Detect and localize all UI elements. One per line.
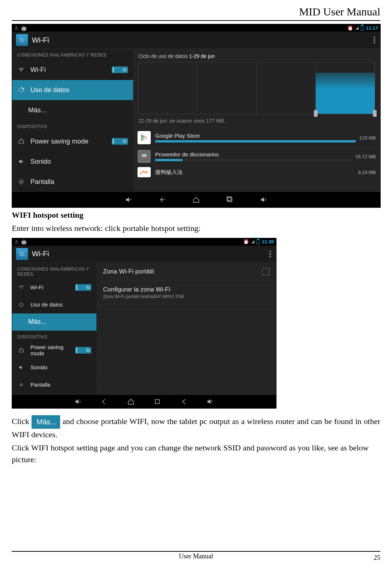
back-icon[interactable] [158, 196, 166, 204]
sidebar-item-data-usage[interactable]: Uso de datos [12, 80, 133, 100]
svg-point-21 [20, 384, 22, 385]
app-row[interactable]: 搜狗输入法 9,19 MB [133, 166, 380, 178]
sidebar-item-power-saving[interactable]: Power saving mode Sí [12, 342, 96, 359]
label: Sonido [30, 364, 91, 370]
chart-caption: 22-29 de jun: se usaron unos 177 MB. [138, 118, 375, 124]
sogou-ime-icon [138, 167, 151, 177]
sidebar-item-sound[interactable]: Sonido [12, 359, 96, 376]
svg-rect-9 [142, 155, 143, 155]
power-toggle[interactable]: Sí [75, 347, 91, 354]
range-handle-left[interactable] [314, 110, 318, 117]
display-icon [17, 178, 25, 185]
svg-rect-13 [130, 199, 132, 200]
label: Más... [17, 318, 46, 326]
label: Pantalla [30, 178, 128, 186]
data-usage-icon [17, 87, 25, 93]
status-bar: ⚠ 🤖 ⏰ 11:30 [12, 238, 276, 246]
sidebar-item-more[interactable]: Más... [12, 100, 133, 120]
svg-point-1 [22, 40, 23, 41]
title-bar: Wi-Fi [12, 32, 380, 49]
recent-apps-icon[interactable] [153, 398, 161, 406]
settings-icon[interactable] [16, 248, 28, 260]
home-icon[interactable] [127, 398, 135, 406]
power-toggle[interactable]: Sí [112, 138, 128, 145]
wifi-signal-icon [355, 26, 359, 30]
settings-sidebar: CONEXIONES INALÁMBRICAS Y REDES Wi-Fi Sí… [12, 263, 96, 395]
option-configure-hotspot[interactable]: Configurar la zona Wi-Fi Zona Wi-Fi port… [96, 281, 276, 305]
chart-title-range: 1-29 de jun [189, 53, 215, 59]
text-segment: and choose portable WIFI, now the tablet… [12, 416, 380, 439]
screenshot-hotspot: ⚠ 🤖 ⏰ 11:30 Wi-Fi CONEXIONES INALÁMBRICA… [12, 238, 276, 409]
settings-icon[interactable] [16, 34, 28, 46]
footer-text: User Manual [179, 552, 213, 560]
app-size: 133 MB [359, 135, 376, 141]
sidebar-item-power-saving[interactable]: Power saving mode Sí [12, 131, 133, 152]
sidebar-item-wifi[interactable]: Wi-Fi Sí [12, 279, 96, 296]
app-size: 9,19 MB [358, 170, 376, 175]
title-text: Wi-Fi [32, 250, 268, 258]
data-usage-chart[interactable] [138, 62, 375, 114]
screenshot-data-usage: ⚠ 🤖 ⏰ 11:17 Wi-Fi CONEXIONES INALÁMBRICA… [12, 24, 381, 208]
cat-wireless: CONEXIONES INALÁMBRICAS Y REDES [12, 263, 96, 279]
wifi-icon [17, 66, 25, 73]
nav-bar [12, 395, 276, 408]
screenshot-back-icon[interactable] [180, 398, 188, 406]
volume-down-icon[interactable] [125, 196, 133, 204]
sidebar-item-display[interactable]: Pantalla [12, 376, 96, 394]
cat-device: DISPOSITIVO [12, 331, 96, 342]
overflow-menu-icon[interactable] [268, 249, 272, 259]
range-handle-right[interactable] [373, 110, 377, 117]
doc-header: MID User Manual [12, 6, 380, 18]
wifi-toggle[interactable]: Sí [112, 66, 128, 73]
svg-rect-14 [228, 198, 232, 202]
play-store-icon [138, 131, 151, 144]
svg-rect-12 [143, 156, 146, 156]
wifi-icon [17, 284, 25, 290]
svg-point-3 [21, 71, 22, 72]
svg-point-0 [20, 38, 21, 39]
svg-point-19 [21, 288, 22, 289]
sidebar-item-display[interactable]: Pantalla [12, 172, 133, 192]
page-footer: User Manual 25 [12, 551, 380, 560]
svg-point-18 [21, 255, 22, 256]
data-usage-panel: Ciclo de uso de datos 1-29 de jun 22-29 … [133, 49, 380, 192]
paragraph-click-mas: Click Más... and choose portable WIFI, n… [12, 415, 380, 441]
checkbox-icon[interactable] [262, 268, 270, 275]
option-title: Configurar la zona Wi-Fi [103, 286, 270, 293]
chart-title-prefix: Ciclo de uso de datos [138, 53, 189, 59]
instruction-line-1: Enter into wireless network: click porta… [12, 222, 380, 234]
option-title: Zona Wi-Fi portátil [103, 268, 262, 275]
dictionary-provider-icon [138, 150, 151, 163]
home-icon[interactable] [192, 196, 200, 204]
overflow-menu-icon[interactable] [372, 35, 377, 45]
svg-point-17 [22, 253, 23, 254]
android-icon: 🤖 [21, 239, 27, 244]
sidebar-item-more[interactable]: Más... [12, 314, 96, 331]
volume-up-icon[interactable] [260, 196, 268, 204]
wifi-toggle[interactable]: Sí [75, 284, 91, 291]
app-row[interactable]: Proveedor de diccionarios 16,72 MB [133, 147, 380, 166]
svg-point-16 [20, 252, 21, 253]
label: Uso de datos [30, 86, 128, 94]
sidebar-item-sound[interactable]: Sonido [12, 152, 133, 172]
sidebar-item-data-usage[interactable]: Uso de datos [12, 296, 96, 314]
wifi-signal-icon [251, 240, 254, 243]
volume-down-icon[interactable] [74, 398, 82, 406]
option-portable-hotspot[interactable]: Zona Wi-Fi portátil [96, 263, 276, 281]
sidebar-item-wifi[interactable]: Wi-Fi Sí [12, 60, 133, 80]
app-row[interactable]: Google Play Store 133 MB [133, 128, 380, 147]
label: Uso de datos [30, 301, 91, 308]
header-rule [12, 20, 380, 21]
svg-point-2 [21, 41, 22, 42]
footer-rule [12, 551, 380, 552]
title-text: Wi-Fi [32, 36, 372, 44]
back-icon[interactable] [100, 398, 109, 406]
recent-apps-icon[interactable] [226, 196, 234, 204]
cat-device: DISPOSITIVO [12, 120, 133, 131]
svg-rect-15 [227, 197, 231, 201]
settings-sidebar: CONEXIONES INALÁMBRICAS Y REDES Wi-Fi Sí… [12, 49, 133, 192]
app-name: Google Play Store [155, 133, 356, 139]
volume-up-icon[interactable] [206, 398, 214, 406]
svg-rect-8 [142, 154, 146, 157]
svg-rect-11 [144, 155, 144, 155]
